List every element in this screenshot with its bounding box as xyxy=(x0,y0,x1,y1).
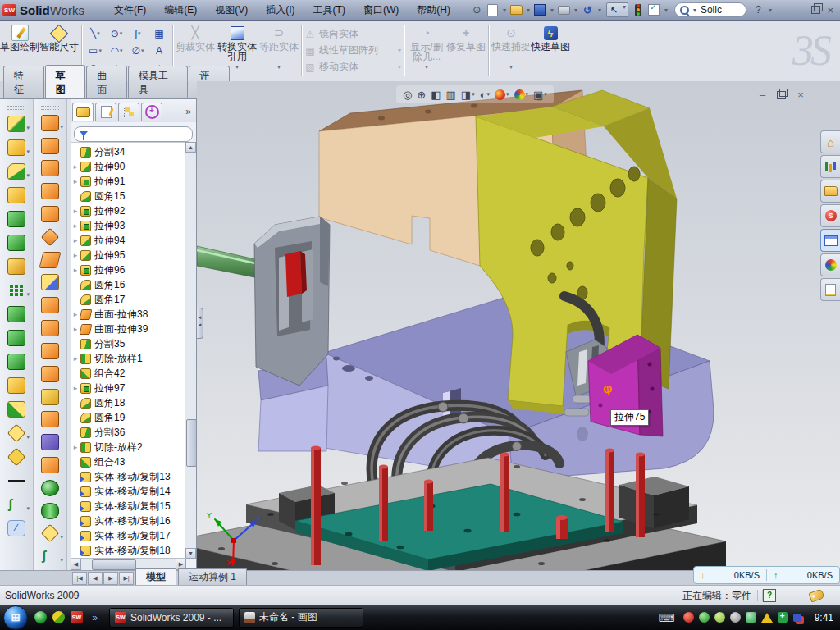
tree-item[interactable]: ▸拉伸95 xyxy=(71,248,185,262)
doc-minimize-button[interactable]: – xyxy=(760,89,765,101)
help-button[interactable]: ? xyxy=(751,3,765,16)
model-tab-1[interactable]: 运动算例 1 xyxy=(178,568,247,586)
scroll-up-button[interactable]: ▲ xyxy=(185,142,196,153)
sketch-entity-0[interactable]: ╲▾ xyxy=(84,25,106,42)
icon-caret[interactable]: ▾ xyxy=(26,291,30,298)
tree-item[interactable]: 实体-移动/复制13 xyxy=(71,469,185,484)
quicklaunch-sw[interactable]: SW xyxy=(71,611,83,623)
tree-item[interactable]: ▸曲面-拉伸39 xyxy=(71,322,185,336)
taskpane-tab-library[interactable] xyxy=(820,180,840,203)
tree-item[interactable]: 实体-移动/复制14 xyxy=(71,484,185,499)
menu-item-0[interactable]: 文件(F) xyxy=(106,2,154,19)
select-caret[interactable]: ▾ xyxy=(621,3,628,16)
tree-item[interactable]: 实体-移动/复制17 xyxy=(71,528,185,543)
toolbar-icon-gL[interactable] xyxy=(6,352,27,371)
tree-item[interactable]: 实体-移动/复制15 xyxy=(71,499,185,514)
sketch-entity-3[interactable]: ▦ xyxy=(148,25,170,42)
scroll-down-button[interactable]: ▼ xyxy=(185,548,196,559)
icon-caret[interactable]: ▾ xyxy=(26,434,30,441)
tag-icon[interactable] xyxy=(808,588,824,602)
search-caret[interactable]: ▾ xyxy=(692,7,698,14)
menu-item-6[interactable]: 帮助(H) xyxy=(409,2,459,19)
tree-item[interactable]: ▸拉伸91 xyxy=(71,174,185,189)
select-tool-group[interactable]: ↖▾ xyxy=(606,2,628,17)
menu-item-1[interactable]: 编辑(E) xyxy=(156,2,205,19)
sketch-entity-caret[interactable]: ▾ xyxy=(98,48,102,54)
sketch-entity-caret[interactable]: ▾ xyxy=(120,48,123,54)
sketch-entity-1[interactable]: ⊙▾ xyxy=(106,25,127,42)
toolbar-icon-oe[interactable] xyxy=(39,319,61,337)
expand-arrow-icon[interactable]: ▸ xyxy=(71,207,80,215)
tray-icon-badge[interactable] xyxy=(714,612,725,623)
toolbar-icon-flag[interactable] xyxy=(39,433,61,451)
expand-arrow-icon[interactable]: ▸ xyxy=(71,443,80,451)
expand-arrow-icon[interactable]: ▸ xyxy=(71,236,80,244)
options-caret[interactable]: ▾ xyxy=(663,7,669,14)
restore-button[interactable] xyxy=(811,6,820,14)
quicklaunch-chev[interactable]: » xyxy=(89,611,101,623)
toolbar-icon-gy[interactable] xyxy=(39,388,61,406)
toolbar-icon-om[interactable]: ▾ xyxy=(39,114,61,132)
tree-item[interactable]: 圆角18 xyxy=(71,395,185,410)
pin-icon[interactable]: ⊙ xyxy=(470,3,484,16)
quicklaunch-msn[interactable] xyxy=(34,611,47,623)
panel-splitter-handle[interactable]: ◂◂ xyxy=(197,308,203,339)
tab-nav-2[interactable]: ▶ xyxy=(103,572,118,585)
print-caret[interactable]: ▾ xyxy=(573,7,579,14)
doc-close-button[interactable]: × xyxy=(797,89,804,101)
toolbar-icon-spark[interactable]: ▾ xyxy=(6,423,27,442)
headsup-icon-8[interactable]: ▣▾ xyxy=(533,89,547,101)
toolbar-icon-oa[interactable] xyxy=(39,137,61,155)
headsup-icon-4[interactable]: ◨▾ xyxy=(461,89,475,101)
sketch-entity-2[interactable]: ʃ▾ xyxy=(127,25,148,42)
close-button[interactable]: × xyxy=(827,4,833,16)
expand-arrow-icon[interactable]: ▸ xyxy=(71,384,80,392)
icon-caret[interactable]: ▾ xyxy=(26,172,30,179)
toolbar-icon-ou[interactable] xyxy=(39,182,61,200)
sketch-entity-caret[interactable]: ▾ xyxy=(141,48,144,54)
toolbar-icon-gp[interactable] xyxy=(6,304,27,323)
tree-item[interactable]: 分割34 xyxy=(71,144,185,159)
save-button[interactable] xyxy=(533,3,547,16)
menu-item-4[interactable]: 工具(T) xyxy=(305,2,354,19)
tab-nav-1[interactable]: ◀ xyxy=(88,572,103,585)
undo-caret[interactable]: ▾ xyxy=(596,7,603,14)
toolbar-icon-od[interactable] xyxy=(39,228,61,246)
panel-overflow-chevron[interactable]: » xyxy=(185,106,194,117)
tab-feature-tree[interactable] xyxy=(72,103,94,121)
tray-icon-spk[interactable] xyxy=(730,612,741,623)
tray-icon-dual[interactable] xyxy=(793,614,801,622)
rapid-sketch-button[interactable]: ϟ 快速草图 xyxy=(531,20,570,81)
tray-icon-plus[interactable] xyxy=(778,612,788,623)
expand-arrow-icon[interactable]: ▸ xyxy=(71,162,80,171)
open-button[interactable] xyxy=(509,3,523,16)
sketch-entity-caret[interactable]: ▾ xyxy=(120,30,123,37)
search-input[interactable]: Solic xyxy=(701,4,722,16)
toolbar-icon-gs[interactable] xyxy=(6,257,27,276)
toolbar-icon-oc[interactable] xyxy=(39,159,61,177)
horizontal-scroll-thumb[interactable] xyxy=(92,559,136,570)
tree-item[interactable]: 圆角17 xyxy=(71,292,185,307)
start-button[interactable]: ⊞ xyxy=(3,605,28,630)
headsup-icon-0[interactable]: ◎ xyxy=(403,89,412,101)
sketch-entity-7[interactable]: A xyxy=(148,42,170,59)
toolbar-icon-gcyl[interactable] xyxy=(39,502,61,520)
toolbar-icon-spark2[interactable]: ▾ xyxy=(39,524,61,542)
tree-item[interactable]: ▸拉伸93 xyxy=(71,218,185,233)
red-stop-cylinder[interactable] xyxy=(556,515,568,539)
toolbar-icon-gp2[interactable] xyxy=(6,328,27,347)
tree-item[interactable]: 组合43 xyxy=(71,454,185,469)
toolbar-icon-gg[interactable]: ▾ xyxy=(6,114,27,133)
tree-item[interactable]: 分割36 xyxy=(71,425,185,440)
toolbar-icon-gw[interactable] xyxy=(6,185,27,204)
toolbar-icon-gc[interactable] xyxy=(6,233,27,252)
expand-arrow-icon[interactable]: ▸ xyxy=(71,221,80,230)
toolbar-icon-op[interactable] xyxy=(39,251,61,269)
headsup-icon-1[interactable]: ⊕ xyxy=(417,89,426,101)
options-button[interactable] xyxy=(647,3,661,16)
graphics-viewport[interactable]: φ xyxy=(197,81,840,570)
tab-特征[interactable]: 特征 xyxy=(3,66,44,98)
toolbar-icon-sq2[interactable]: ▾ xyxy=(39,547,61,565)
tree-item[interactable]: ▸切除-放样2 xyxy=(71,440,185,454)
menu-item-3[interactable]: 插入(I) xyxy=(258,2,303,19)
